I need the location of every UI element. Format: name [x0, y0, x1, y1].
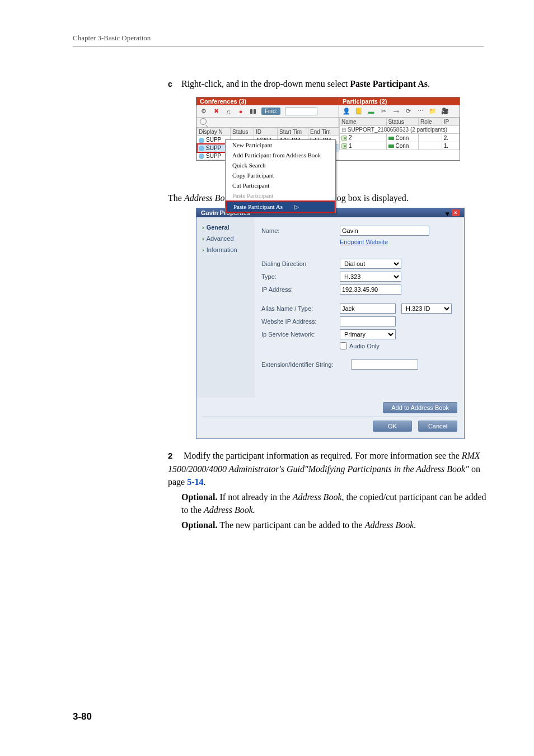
step-c-text: Right-click, and in the drop-down menu s…	[181, 79, 430, 88]
conference-icon	[199, 138, 204, 143]
disconnect-icon[interactable]: ✂	[380, 108, 387, 115]
participant-properties-dialog: Gavin Properties × General Advanced Info…	[196, 208, 465, 439]
col-name[interactable]: Name	[340, 118, 387, 126]
nav-general[interactable]: General	[196, 222, 255, 233]
cancel-button[interactable]: Cancel	[418, 421, 457, 432]
participants-table: Name Status Role IP ⊟ SUPPORT_2180658633…	[339, 118, 460, 150]
text-italic: Address Book.	[365, 520, 416, 530]
cell: Conn	[396, 143, 409, 149]
move-icon[interactable]: 🡒	[392, 108, 400, 115]
menu-copy-participant[interactable]: Copy Participant	[226, 170, 335, 180]
menu-paste-participant: Paste Participant	[226, 190, 335, 200]
text-italic: Address Book	[293, 492, 342, 502]
connected-badge-icon[interactable]: ▬	[367, 108, 375, 115]
dialing-select[interactable]: Dial out	[340, 259, 401, 269]
tool-icon[interactable]: ⎌	[224, 108, 232, 115]
menu-add-from-addressbook[interactable]: Add Participant from Address Book	[226, 150, 335, 160]
col-status[interactable]: Status	[231, 128, 254, 136]
participants-toolbar: 👤 📒 ▬ ✂ 🡒 ⟳ ⋯ 📁 🎥	[339, 105, 460, 118]
participants-title: Participants (2)	[339, 97, 460, 105]
page-number: 3-80	[73, 711, 92, 722]
cursor-icon	[445, 211, 451, 216]
alias-type-select[interactable]: H.323 ID	[401, 304, 452, 314]
extension-label: Extension/Identifier String:	[261, 361, 351, 368]
ipnet-select[interactable]: Primary	[340, 329, 396, 339]
xref-link[interactable]: 5-14	[187, 477, 203, 487]
cell: SUPP	[206, 145, 221, 151]
record-icon[interactable]: ●	[237, 108, 245, 115]
text: The new participant can be added to the	[217, 520, 364, 530]
col-ip[interactable]: IP	[442, 118, 459, 126]
table-row[interactable]: 2 Conn 2.	[340, 134, 460, 142]
addressbook-icon[interactable]: 📒	[355, 108, 363, 115]
website-ip-label: Website IP Address:	[261, 318, 340, 325]
col-role[interactable]: Role	[418, 118, 442, 126]
ipnet-label: Ip Service Network:	[261, 331, 340, 338]
gear-icon[interactable]: ⚙	[200, 108, 208, 115]
alias-name-field[interactable]	[340, 304, 396, 314]
menu-quick-search[interactable]: Quick Search	[226, 160, 335, 170]
connected-icon	[388, 144, 394, 148]
menu-cut-participant[interactable]: Cut Participant	[226, 180, 335, 190]
add-participant-icon[interactable]: 👤	[343, 108, 350, 115]
step-2-text: Modify the participant information as re…	[168, 451, 480, 486]
delete-icon[interactable]: ✖	[212, 108, 220, 115]
nav-information[interactable]: Information	[196, 244, 255, 255]
menu-label: Paste Participant As	[233, 203, 283, 210]
name-label: Name:	[261, 227, 340, 234]
cell: 1.	[442, 142, 459, 150]
step-c-pre: Right-click, and in the drop-down menu s…	[181, 79, 350, 88]
extension-field[interactable]	[351, 360, 418, 370]
refresh-icon[interactable]: ⟳	[404, 108, 412, 115]
type-label: Type:	[261, 273, 340, 280]
caption-pre: The	[168, 193, 184, 203]
cell: SUPP	[206, 153, 221, 159]
group-row[interactable]: ⊟ SUPPORT_2180658633 (2 participants)	[340, 126, 460, 134]
participant-icon	[341, 143, 347, 149]
cell: SUPP	[206, 137, 221, 143]
folder-icon[interactable]: 📁	[429, 108, 437, 115]
dialog-footer: Add to Address Book OK Cancel	[196, 398, 464, 438]
menu-paste-participant-as[interactable]: Paste Participant As ▷	[226, 200, 335, 213]
conferences-subtoolbar	[196, 118, 339, 128]
dialog-form: Name: Endpoint Website Dialing Direction…	[255, 217, 464, 398]
ip-field[interactable]	[340, 284, 401, 295]
col-end[interactable]: End Tim	[308, 128, 339, 136]
audio-only-label: Audio Only	[349, 343, 380, 349]
website-ip-field[interactable]	[340, 316, 396, 326]
table-row[interactable]: 1 Conn 1.	[340, 142, 460, 150]
conference-icon	[199, 153, 204, 159]
col-display[interactable]: Display N	[197, 128, 231, 136]
col-start[interactable]: Start Tim	[278, 128, 308, 136]
context-menu: New Participant Add Participant from Add…	[225, 139, 336, 213]
close-icon[interactable]: ×	[452, 209, 460, 216]
find-input[interactable]	[285, 108, 317, 115]
menu-new-participant[interactable]: New Participant	[226, 140, 335, 150]
connected-icon	[388, 137, 394, 140]
col-id[interactable]: ID	[254, 128, 278, 136]
find-label: Find:	[261, 108, 280, 115]
text: If not already in the	[217, 492, 292, 502]
audio-only-checkbox[interactable]	[340, 342, 347, 349]
misc-icon[interactable]: ⋯	[416, 108, 424, 115]
dialing-label: Dialing Direction:	[261, 260, 340, 267]
step-c-post: .	[428, 79, 430, 88]
camera-icon[interactable]: 🎥	[441, 108, 449, 115]
text-italic: Address Book.	[204, 505, 255, 515]
name-field[interactable]	[340, 226, 429, 236]
cell: Conn	[396, 135, 409, 141]
ip-label: IP Address:	[261, 286, 340, 293]
step-c-bold: Paste Participant As	[350, 79, 428, 88]
group-label: SUPPORT_2180658633 (2 participants)	[348, 127, 447, 133]
cell: 2	[349, 134, 352, 141]
endpoint-website-link[interactable]: Endpoint Website	[340, 239, 388, 245]
pause-icon[interactable]: ▮▮	[249, 108, 257, 115]
ok-button[interactable]: OK	[373, 421, 412, 432]
add-to-addressbook-button[interactable]: Add to Address Book	[383, 402, 457, 413]
type-select[interactable]: H.323	[340, 272, 401, 282]
nav-advanced[interactable]: Advanced	[196, 233, 255, 244]
col-pstatus[interactable]: Status	[386, 118, 418, 126]
step-c-letter: c	[168, 80, 179, 88]
step-2-number: 2	[168, 450, 181, 462]
search-icon[interactable]	[200, 118, 207, 125]
